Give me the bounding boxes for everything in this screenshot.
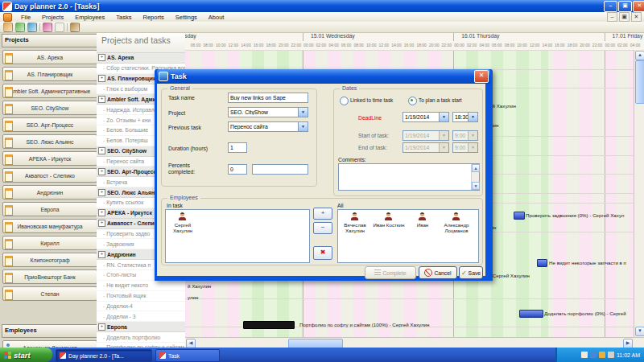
tree-group-row[interactable]: +Европа [97, 322, 185, 332]
start-button[interactable]: start [0, 348, 52, 362]
restore-button[interactable]: ▣ [618, 1, 632, 12]
project-button[interactable]: AS. Планировщик [2, 67, 97, 81]
mdi-restore-button[interactable]: ▣ [619, 12, 630, 22]
tree-group-row[interactable]: +AS. Арека [97, 53, 185, 64]
expand-icon[interactable]: + [98, 75, 105, 82]
cancel-button[interactable]: Cancel [419, 266, 457, 279]
add-employee-icon[interactable] [15, 23, 25, 32]
duration-input[interactable] [228, 142, 247, 153]
tray-icon-4[interactable] [608, 352, 614, 358]
tray-icon-1[interactable] [581, 352, 588, 358]
tray-icon-2[interactable] [590, 352, 597, 358]
taskbar-task[interactable]: Day planner 2.0 - [Ta... [56, 349, 152, 362]
delete-button[interactable]: ✖ [313, 246, 332, 260]
all-employees-list[interactable]: Вячеслав ХахулинИван КосткинИванАлександ… [337, 209, 479, 263]
project-button[interactable]: SEO. CityShow [2, 101, 97, 115]
project-select[interactable]: SEO. CityShow ▼ [228, 107, 308, 117]
in-task-list[interactable]: Сергей Хахулин [165, 209, 310, 263]
expand-icon[interactable]: + [98, 96, 105, 103]
chevron-down-icon[interactable]: ▼ [468, 113, 477, 121]
tray-icon-3[interactable] [599, 352, 605, 358]
save-button[interactable]: ✓ Save [459, 266, 483, 279]
linked-to-time-radio[interactable] [340, 97, 349, 105]
comments-scrollbar[interactable]: ▲ ▼ [471, 164, 479, 190]
report-icon[interactable] [55, 23, 64, 32]
add-project-icon[interactable] [3, 23, 13, 32]
tree-task-row[interactable]: -Доделки-4 [97, 302, 185, 312]
deadline-date-select[interactable]: 1/19/2014 ▼ [402, 112, 449, 122]
tree-task-row[interactable]: -Почтовый ящик [97, 291, 185, 302]
scroll-right-icon[interactable]: ▶ [623, 339, 633, 348]
gantt-bar[interactable] [514, 212, 525, 220]
deadline-time-select[interactable]: 18:30 ▼ [452, 112, 478, 122]
menu-item-file[interactable]: File [15, 14, 36, 21]
expand-icon[interactable]: + [98, 189, 105, 196]
previous-task-select[interactable]: Перенос сайта ▼ [228, 121, 308, 132]
hscroll-thumb[interactable] [288, 339, 343, 348]
scroll-up-icon[interactable]: ▲ [472, 164, 480, 172]
expand-icon[interactable]: + [98, 168, 105, 175]
menu-item-projects[interactable]: Projects [36, 14, 69, 21]
employee-entry[interactable]: Вячеслав Хахулин [338, 212, 372, 233]
employee-entry[interactable]: Иван [406, 212, 440, 228]
project-button[interactable]: Ambler Soft. Административные [2, 84, 97, 98]
mdi-minimize-button[interactable]: – [607, 12, 617, 22]
mdi-close-button[interactable]: ✕ [631, 12, 642, 22]
expand-icon[interactable]: + [98, 54, 105, 61]
gantt-bar[interactable] [519, 310, 543, 318]
expand-icon[interactable]: + [98, 209, 105, 216]
project-button[interactable]: AS. Арека [2, 50, 97, 64]
employee-entry[interactable]: Александр Лоцманов [440, 212, 473, 233]
comments-textarea[interactable]: ▲ ▼ [338, 163, 480, 191]
taskbar-task[interactable]: Task [155, 349, 220, 362]
chevron-down-icon[interactable]: ▼ [298, 122, 308, 131]
briefcase-icon[interactable] [70, 23, 80, 32]
expand-icon[interactable]: + [98, 323, 105, 331]
gantt-bar[interactable] [243, 321, 295, 329]
complete-button[interactable]: Complete [365, 266, 416, 279]
employee-entry[interactable]: Сергей Хахулин [166, 212, 200, 233]
project-button[interactable]: SEO. Арт-Процесс [2, 117, 97, 132]
remove-employee-button[interactable]: − [313, 222, 332, 234]
gantt-bar[interactable] [537, 259, 547, 267]
task-dialog-titlebar[interactable]: Task ✕ [157, 69, 490, 84]
gantt-vertical-scrollbar[interactable]: ▲ ▼ [634, 50, 644, 337]
scroll-down-icon[interactable]: ▼ [472, 182, 480, 190]
chevron-down-icon[interactable]: ▼ [298, 108, 308, 117]
expand-icon[interactable]: + [98, 147, 105, 154]
employee-entry[interactable]: Иван Косткин [372, 212, 406, 228]
add-task-icon[interactable] [27, 23, 37, 32]
expand-icon[interactable]: + [98, 251, 105, 258]
scroll-left-icon[interactable]: ◀ [186, 339, 196, 348]
scroll-down-icon[interactable]: ▼ [635, 327, 644, 336]
project-button[interactable]: Клипонотограф [2, 253, 97, 267]
project-button[interactable]: Аквапост - Слепико [2, 168, 97, 183]
plan-task-start-radio[interactable] [408, 97, 417, 105]
menu-item-reports[interactable]: Reports [137, 14, 169, 21]
project-button[interactable]: SEO. Люкс Альянс [2, 134, 97, 149]
percents-input[interactable] [228, 164, 247, 175]
project-button[interactable]: ПриоВнешторг Банк [2, 269, 97, 284]
menu-item-tasks[interactable]: Tasks [110, 14, 137, 21]
add-employee-button[interactable]: + [313, 208, 332, 220]
expand-icon[interactable]: + [98, 220, 105, 227]
percents-extra-field[interactable] [252, 164, 308, 175]
project-button[interactable]: Европа [2, 202, 97, 216]
cut-icon[interactable] [43, 23, 52, 32]
scroll-up-icon[interactable]: ▲ [635, 51, 644, 60]
close-button[interactable]: ✕ [633, 1, 644, 12]
minimize-button[interactable]: – [604, 1, 617, 12]
task-name-input[interactable] [228, 93, 308, 103]
tree-task-row[interactable]: -Не видит некото [97, 281, 185, 291]
menu-item-settings[interactable]: Settings [170, 14, 203, 21]
tree-task-row[interactable]: -Доделать портфолио [97, 332, 185, 343]
project-button[interactable]: Ивановская мануфактура [2, 219, 97, 233]
vscroll-thumb[interactable] [635, 60, 644, 104]
project-button[interactable]: Кирилл [2, 236, 97, 250]
chevron-down-icon[interactable]: ▼ [439, 113, 448, 121]
project-button[interactable]: Степан [2, 286, 97, 301]
gantt-horizontal-scrollbar[interactable]: ◀ ▶ [185, 337, 644, 348]
tree-task-row[interactable]: -Доделки - 3 [97, 311, 185, 322]
menu-item-employees[interactable]: Employees [69, 14, 110, 21]
project-button[interactable]: АРЕКА - Иркутск [2, 151, 97, 166]
